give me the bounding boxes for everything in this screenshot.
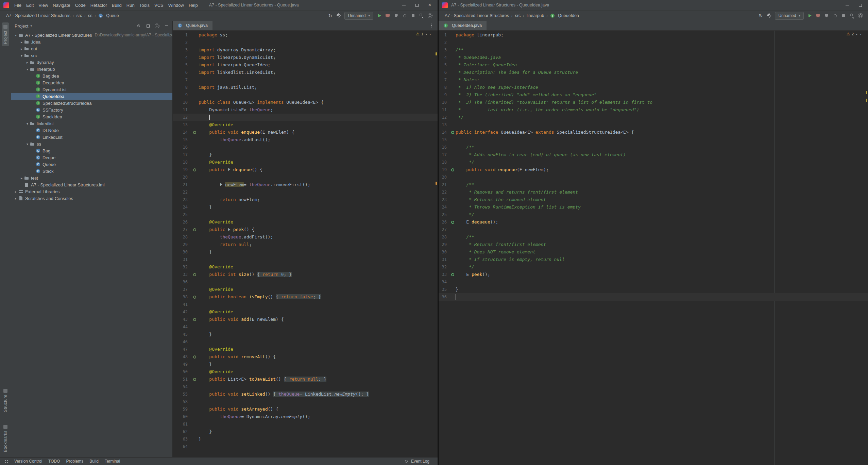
code-line[interactable]: 27: [439, 226, 868, 233]
gear-icon[interactable]: [427, 13, 433, 18]
code-line[interactable]: 27 public E peek() {: [173, 226, 438, 233]
override-icon[interactable]: [193, 228, 196, 231]
code-line[interactable]: 49 }: [173, 361, 438, 368]
hammer-icon[interactable]: [766, 13, 772, 18]
override-icon[interactable]: [193, 273, 196, 276]
editor-queue-java[interactable]: 1package ss;23import dynarray.DynamicArr…: [173, 31, 438, 457]
code-line[interactable]: 14public interface QueueIdea<E> extends …: [439, 129, 868, 136]
code-line[interactable]: 10 * 3) The (inherited) "toJavaList" ret…: [439, 99, 868, 106]
tree-item-stackidea[interactable]: StackIdea: [11, 113, 172, 120]
tree-item-linearpub[interactable]: ▾linearpub: [11, 66, 172, 72]
maximize-icon[interactable]: [858, 3, 863, 7]
breadcrumb-item-src[interactable]: src: [514, 13, 522, 18]
stop-icon[interactable]: [410, 13, 416, 18]
tree-item-specializedstructureidea[interactable]: SpecializedStructureIdea: [11, 100, 172, 106]
warning-stripe-mark[interactable]: [866, 91, 867, 94]
code-line[interactable]: 6import linkedlist.LinkedList;: [173, 69, 438, 76]
code-line[interactable]: 36: [173, 278, 438, 286]
code-line[interactable]: 31: [173, 256, 438, 263]
code-line[interactable]: 47 @Override: [173, 346, 438, 353]
code-line[interactable]: 16: [173, 144, 438, 151]
code-line[interactable]: 44: [173, 323, 438, 331]
tree-item-dlnode[interactable]: DLNode: [11, 127, 172, 134]
tree-item-stack[interactable]: Stack: [11, 168, 172, 175]
override-icon[interactable]: [193, 378, 196, 381]
code-line[interactable]: 2: [439, 39, 868, 46]
tree-down-arrow-icon[interactable]: ▾: [19, 54, 24, 57]
menu-tools[interactable]: Tools: [137, 3, 152, 8]
tree-item-bagidea[interactable]: BagIdea: [11, 72, 172, 79]
implemented-icon[interactable]: [451, 131, 454, 134]
code-line[interactable]: 3/**: [439, 46, 868, 54]
code-line[interactable]: 8import java.util.List;: [173, 84, 438, 91]
code-line[interactable]: 34: [439, 278, 868, 286]
code-line[interactable]: 25 */: [439, 211, 868, 218]
tree-right-arrow-icon[interactable]: ▸: [13, 197, 18, 200]
code-line[interactable]: 30 }: [173, 248, 438, 256]
tree-item-deque[interactable]: Deque: [11, 154, 172, 161]
search-icon[interactable]: [849, 13, 855, 18]
tree-item-ssfactory[interactable]: SSFactory: [11, 106, 172, 113]
menu-file[interactable]: File: [12, 3, 24, 8]
debug-icon[interactable]: [385, 13, 390, 18]
override-icon[interactable]: [193, 131, 196, 134]
status-item-version-control[interactable]: Version Control: [14, 459, 42, 464]
code-line[interactable]: 5 * Interface: QueueIdea: [439, 61, 868, 69]
profiler-icon[interactable]: [402, 13, 407, 18]
editor-options-icon[interactable]: [429, 23, 434, 28]
menu-help[interactable]: Help: [186, 3, 200, 8]
implemented-icon[interactable]: [451, 221, 454, 224]
code-line[interactable]: 30 * Does NOT remove element: [439, 248, 868, 256]
tree-item-dequeidea[interactable]: DequeIdea: [11, 79, 172, 86]
code-line[interactable]: 10public class Queue<E> implements Queue…: [173, 99, 438, 106]
event-log-button[interactable]: Event Log: [404, 459, 434, 464]
code-line[interactable]: 43 public void add(E newElem) {: [173, 316, 438, 323]
code-line[interactable]: 54: [173, 383, 438, 391]
code-line[interactable]: 41: [173, 301, 438, 308]
code-line[interactable]: 36: [439, 293, 868, 301]
override-icon[interactable]: [193, 168, 196, 171]
code-line[interactable]: 18 */: [439, 159, 868, 166]
code-line[interactable]: 25: [173, 211, 438, 218]
next-problem-icon[interactable]: ▼: [860, 33, 862, 35]
tree-item-queue[interactable]: Queue: [11, 161, 172, 168]
prev-problem-icon[interactable]: ▲: [425, 33, 427, 35]
code-line[interactable]: 46: [173, 338, 438, 346]
tree-item-linkedlist[interactable]: LinkedList: [11, 134, 172, 140]
minimize-icon[interactable]: [845, 3, 850, 7]
tree-item-ss[interactable]: ▾ss: [11, 140, 172, 147]
code-line[interactable]: 24 }: [173, 203, 438, 211]
code-line[interactable]: 6 * Description: The idea for a Queue st…: [439, 69, 868, 76]
tree-item-out[interactable]: ▸out: [11, 45, 172, 52]
code-line[interactable]: 13 @Override: [173, 121, 438, 129]
code-line[interactable]: 11 * last order (i.e., the order element…: [439, 106, 868, 114]
code-line[interactable]: 23 * Returns the removed element: [439, 196, 868, 203]
tree-item-dynamiclist[interactable]: DynamicList: [11, 86, 172, 93]
code-line[interactable]: 38 public boolean isEmpty() { return fal…: [173, 293, 438, 301]
breadcrumb-item-queueidea[interactable]: QueueIdea: [549, 13, 580, 18]
code-line[interactable]: 63}: [173, 435, 438, 443]
code-line[interactable]: 29 * Returns front/first element: [439, 241, 868, 248]
code-line[interactable]: 35}: [439, 286, 868, 293]
tree-item-linkedlist[interactable]: ▾linkedlist: [11, 120, 172, 127]
code-line[interactable]: 17 }: [173, 151, 438, 159]
warning-stripe-mark[interactable]: [866, 99, 867, 102]
menu-vcs[interactable]: VCS: [152, 3, 166, 8]
status-item-todo[interactable]: TODO: [48, 459, 60, 464]
code-line[interactable]: 58: [173, 398, 438, 405]
menu-run[interactable]: Run: [124, 3, 137, 8]
code-line[interactable]: 11 DynamicList<E> theQueue;: [173, 106, 438, 114]
code-line[interactable]: 21 E newElem= theQueue.removeFirst();: [173, 181, 438, 188]
code-line[interactable]: 45 }: [173, 331, 438, 338]
tree-item-idea[interactable]: ▸.idea: [11, 38, 172, 45]
code-line[interactable]: 9 * 2) The (inherited) "add" method does…: [439, 91, 868, 99]
code-line[interactable]: 26 E dequeue();: [439, 218, 868, 226]
override-icon[interactable]: [193, 296, 196, 299]
code-line[interactable]: 14 public void enqueue(E newElem) {: [173, 129, 438, 136]
breadcrumb-item-src[interactable]: src: [76, 13, 83, 18]
stop-icon[interactable]: [841, 13, 846, 18]
run-icon[interactable]: [807, 13, 812, 18]
code-line[interactable]: 13: [439, 121, 868, 129]
code-line[interactable]: 37 @Override: [173, 286, 438, 293]
code-line[interactable]: 7 * Notes:: [439, 76, 868, 84]
